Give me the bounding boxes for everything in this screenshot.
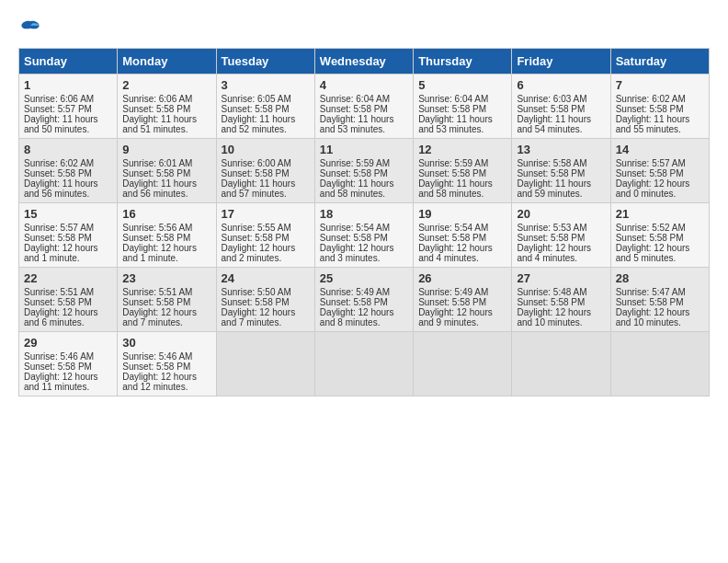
day-info-line: and 55 minutes.	[616, 124, 704, 134]
day-info-line: Daylight: 12 hours	[24, 372, 112, 382]
day-info-line: Daylight: 12 hours	[517, 307, 605, 317]
calendar-table: SundayMondayTuesdayWednesdayThursdayFrid…	[18, 48, 710, 396]
calendar-cell: 4Sunrise: 6:04 AMSunset: 5:58 PMDaylight…	[314, 75, 413, 139]
day-info-line: Daylight: 11 hours	[222, 178, 310, 189]
calendar-day-header: Sunday	[19, 49, 118, 75]
day-info-line: Sunrise: 5:51 AM	[122, 287, 210, 297]
calendar-cell: 29Sunrise: 5:46 AMSunset: 5:58 PMDayligh…	[19, 332, 118, 396]
day-info-line: Sunset: 5:58 PM	[222, 297, 310, 307]
day-info-line: and 11 minutes.	[24, 382, 112, 392]
day-number: 4	[320, 78, 408, 92]
day-info-line: Daylight: 11 hours	[418, 114, 506, 124]
day-info-line: Daylight: 11 hours	[517, 114, 605, 124]
day-number: 28	[616, 271, 704, 285]
day-number: 11	[320, 143, 408, 156]
calendar-cell: 27Sunrise: 5:48 AMSunset: 5:58 PMDayligh…	[512, 268, 610, 332]
day-number: 9	[122, 143, 210, 156]
day-number: 25	[320, 271, 408, 285]
day-number: 20	[517, 207, 605, 221]
day-info-line: Sunrise: 6:00 AM	[222, 158, 310, 168]
day-info-line: Sunset: 5:58 PM	[517, 104, 605, 114]
day-info-line: Daylight: 12 hours	[222, 307, 310, 317]
day-number: 22	[24, 271, 112, 285]
day-info-line: Sunrise: 5:46 AM	[24, 351, 112, 362]
day-number: 15	[24, 207, 112, 221]
calendar-day-header: Tuesday	[216, 49, 314, 75]
day-info-line: and 57 minutes.	[222, 189, 310, 199]
calendar-cell: 23Sunrise: 5:51 AMSunset: 5:58 PMDayligh…	[118, 268, 216, 332]
calendar-cell	[216, 332, 314, 396]
calendar-cell: 28Sunrise: 5:47 AMSunset: 5:58 PMDayligh…	[610, 268, 709, 332]
day-number: 12	[418, 143, 506, 156]
day-info-line: Sunset: 5:58 PM	[517, 233, 605, 243]
day-info-line: Daylight: 11 hours	[122, 114, 210, 124]
day-info-line: and 3 minutes.	[320, 253, 408, 263]
day-info-line: and 5 minutes.	[616, 253, 704, 263]
calendar-cell: 24Sunrise: 5:50 AMSunset: 5:58 PMDayligh…	[216, 268, 314, 332]
day-info-line: Sunrise: 5:55 AM	[222, 223, 310, 233]
calendar-week-row: 22Sunrise: 5:51 AMSunset: 5:58 PMDayligh…	[19, 268, 710, 332]
day-info-line: Sunrise: 5:53 AM	[517, 223, 605, 233]
day-info-line: Sunset: 5:58 PM	[122, 168, 210, 178]
day-info-line: Daylight: 12 hours	[320, 243, 408, 253]
day-number: 24	[222, 271, 310, 285]
calendar-cell	[512, 332, 610, 396]
day-number: 16	[122, 207, 210, 221]
day-info-line: Daylight: 11 hours	[418, 178, 506, 189]
calendar-header-row: SundayMondayTuesdayWednesdayThursdayFrid…	[19, 49, 710, 75]
day-info-line: and 50 minutes.	[24, 124, 112, 134]
day-info-line: Sunrise: 5:54 AM	[418, 223, 506, 233]
day-info-line: Sunrise: 6:02 AM	[24, 158, 112, 168]
day-info-line: Daylight: 11 hours	[320, 114, 408, 124]
day-info-line: Sunrise: 6:01 AM	[122, 158, 210, 168]
day-info-line: and 58 minutes.	[320, 189, 408, 199]
calendar-day-header: Saturday	[610, 49, 709, 75]
day-info-line: Sunrise: 5:52 AM	[616, 223, 704, 233]
day-info-line: Daylight: 11 hours	[122, 178, 210, 189]
day-info-line: Sunset: 5:58 PM	[418, 297, 506, 307]
day-number: 10	[222, 143, 310, 156]
day-info-line: Daylight: 11 hours	[222, 114, 310, 124]
day-info-line: Sunrise: 5:58 AM	[517, 158, 605, 168]
calendar-day-header: Thursday	[414, 49, 512, 75]
day-info-line: Daylight: 12 hours	[418, 307, 506, 317]
day-info-line: Sunrise: 6:06 AM	[24, 94, 112, 104]
day-info-line: and 9 minutes.	[418, 317, 506, 327]
day-number: 7	[616, 78, 704, 92]
day-info-line: Daylight: 12 hours	[616, 178, 704, 189]
day-info-line: Daylight: 11 hours	[24, 114, 112, 124]
calendar-cell	[414, 332, 512, 396]
day-info-line: and 4 minutes.	[418, 253, 506, 263]
day-number: 21	[616, 207, 704, 221]
day-info-line: and 53 minutes.	[418, 124, 506, 134]
day-number: 6	[517, 78, 605, 92]
day-info-line: and 59 minutes.	[517, 189, 605, 199]
day-info-line: Sunset: 5:58 PM	[24, 233, 112, 243]
calendar-week-row: 29Sunrise: 5:46 AMSunset: 5:58 PMDayligh…	[19, 332, 710, 396]
day-info-line: Daylight: 12 hours	[24, 307, 112, 317]
day-info-line: Sunrise: 6:02 AM	[616, 94, 704, 104]
calendar-cell: 25Sunrise: 5:49 AMSunset: 5:58 PMDayligh…	[314, 268, 413, 332]
day-info-line: Sunset: 5:58 PM	[222, 168, 310, 178]
calendar-cell: 18Sunrise: 5:54 AMSunset: 5:58 PMDayligh…	[314, 203, 413, 268]
day-info-line: Sunset: 5:58 PM	[122, 362, 210, 372]
day-info-line: and 56 minutes.	[122, 189, 210, 199]
day-info-line: Sunrise: 5:49 AM	[320, 287, 408, 297]
day-info-line: Sunset: 5:58 PM	[616, 297, 704, 307]
calendar-cell: 1Sunrise: 6:06 AMSunset: 5:57 PMDaylight…	[19, 75, 118, 139]
day-info-line: and 10 minutes.	[616, 317, 704, 327]
day-info-line: Sunset: 5:58 PM	[122, 233, 210, 243]
calendar-cell	[610, 332, 709, 396]
calendar-cell: 13Sunrise: 5:58 AMSunset: 5:58 PMDayligh…	[512, 139, 610, 203]
day-info-line: Sunset: 5:58 PM	[616, 168, 704, 178]
day-info-line: and 1 minute.	[24, 253, 112, 263]
calendar-cell: 17Sunrise: 5:55 AMSunset: 5:58 PMDayligh…	[216, 203, 314, 268]
day-info-line: Sunset: 5:58 PM	[222, 233, 310, 243]
day-info-line: Sunset: 5:58 PM	[122, 297, 210, 307]
day-info-line: and 51 minutes.	[122, 124, 210, 134]
day-info-line: and 8 minutes.	[320, 317, 408, 327]
day-info-line: and 56 minutes.	[24, 189, 112, 199]
day-info-line: Sunset: 5:58 PM	[320, 168, 408, 178]
day-info-line: Daylight: 12 hours	[616, 243, 704, 253]
day-number: 29	[24, 336, 112, 350]
